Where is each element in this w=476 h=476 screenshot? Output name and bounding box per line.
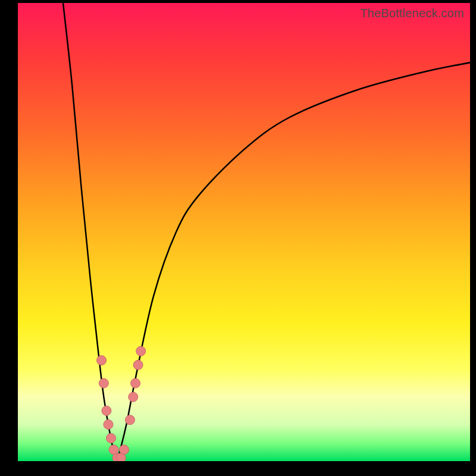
data-dot [97, 356, 107, 365]
curve-group [63, 3, 470, 461]
curves-svg [18, 3, 470, 461]
data-dot [120, 445, 129, 455]
data-dot [133, 360, 143, 369]
data-dot [104, 419, 113, 429]
curve-left-branch [63, 3, 117, 461]
data-dot [136, 346, 146, 356]
data-dot [107, 434, 116, 443]
data-dot [99, 378, 108, 388]
plot-area: TheBottleneck.com [18, 3, 470, 461]
curve-right-branch [117, 62, 470, 461]
chart-frame: TheBottleneck.com [0, 0, 476, 476]
watermark-text: TheBottleneck.com [360, 7, 464, 20]
data-dot [125, 415, 134, 425]
data-dot [131, 378, 140, 388]
data-dot [102, 406, 111, 415]
data-dot [129, 392, 138, 402]
